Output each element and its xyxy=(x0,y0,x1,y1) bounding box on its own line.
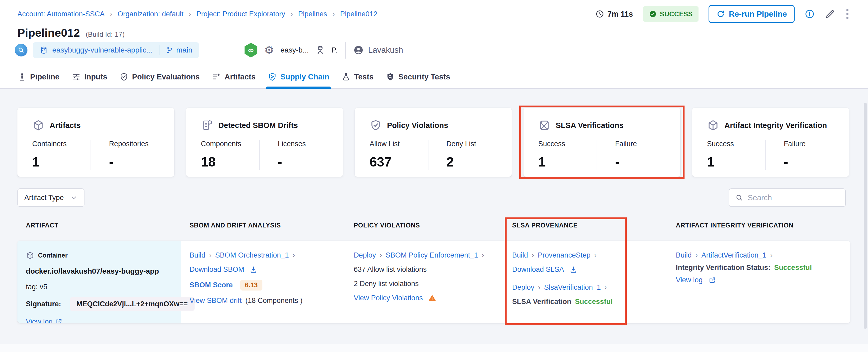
gear-icon: ⚙ xyxy=(264,44,274,56)
artifact-type-dropdown[interactable]: Artifact Type xyxy=(18,188,85,207)
title-row: Pipeline012 (Build Id: 17) xyxy=(18,26,125,39)
tab-security-tests[interactable]: Security Tests xyxy=(386,65,450,88)
user-name: Lavakush xyxy=(368,45,403,55)
external-link-icon xyxy=(709,277,716,284)
download-sbom-link[interactable]: Download SBOM xyxy=(190,265,244,274)
chevron-right-icon: › xyxy=(532,251,534,259)
chevron-right-icon: › xyxy=(380,251,382,259)
service-node-icon xyxy=(315,45,325,55)
card-sbom-drifts: Detected SBOM Drifts Components 18 Licen… xyxy=(186,108,343,177)
card-title: Artifacts xyxy=(50,121,81,130)
shield-search-icon xyxy=(386,72,395,82)
card-artifacts: Artifacts Containers 1 Repositories - xyxy=(18,108,174,177)
allow-list-violations: 637 Allow list violations xyxy=(354,265,496,274)
stat-repositories: Repositories - xyxy=(91,140,165,170)
integrity-status-label: Integrity Verification Status: xyxy=(676,264,771,272)
chevron-right-icon: › xyxy=(538,283,540,292)
pill-divider xyxy=(159,45,159,55)
sbom-score-link[interactable]: SBOM Score xyxy=(190,281,233,289)
trigger-stage-name: P. xyxy=(332,46,338,54)
artifact-image-name: docker.io/lavakush07/easy-buggy-app xyxy=(26,267,174,276)
sbom-score-badge: 6.13 xyxy=(240,280,263,290)
policy-step-link[interactable]: SBOM Policy Enforcement_1 xyxy=(386,251,478,259)
provenance-step-link[interactable]: ProvenanceStep xyxy=(538,251,591,259)
view-log-link[interactable]: View log xyxy=(26,318,53,323)
card-title: Artifact Integrity Verification xyxy=(724,121,827,130)
view-sbom-drift-link[interactable]: View SBOM drift xyxy=(190,296,242,305)
col-header-artifact: ARTIFACT xyxy=(18,222,181,229)
stat-deny-list: Deny List 2 xyxy=(428,140,502,170)
slsa-build-stage-link[interactable]: Build xyxy=(512,251,528,259)
user-avatar-icon xyxy=(353,45,364,56)
summary-cards: Artifacts Containers 1 Repositories - xyxy=(18,108,849,177)
tab-tests[interactable]: Tests xyxy=(341,65,374,88)
warning-triangle-icon xyxy=(428,294,436,302)
integrity-stage-link[interactable]: Build xyxy=(676,251,692,259)
breadcrumb-pipeline012[interactable]: Pipeline012 xyxy=(340,10,377,18)
chevron-right-icon: › xyxy=(189,10,191,18)
branch-chip[interactable]: main xyxy=(166,46,192,54)
tab-artifacts[interactable]: Artifacts xyxy=(212,65,255,88)
info-button[interactable] xyxy=(805,9,815,19)
more-options-button[interactable] xyxy=(845,8,849,20)
tab-supply-chain[interactable]: Supply Chain xyxy=(268,65,329,88)
ci-hexagon-icon: ∞ xyxy=(244,43,258,58)
breadcrumb-pipelines[interactable]: Pipelines xyxy=(298,10,327,18)
tab-pipeline[interactable]: Pipeline xyxy=(18,65,59,88)
repository-name: easybuggy-vulnerable-applic... xyxy=(52,46,153,54)
sbom-stage-link[interactable]: Build xyxy=(190,251,206,259)
tab-policy-evaluations[interactable]: Policy Evaluations xyxy=(119,65,199,88)
card-title: SLSA Verifications xyxy=(556,121,624,130)
refresh-icon xyxy=(716,9,725,19)
sbom-step-link[interactable]: SBOM Orchestration_1 xyxy=(215,251,289,259)
pipeline-icon xyxy=(18,72,27,82)
card-slsa-verifications: SLSA Verifications Success 1 Failure - xyxy=(524,108,680,177)
policy-stage-link[interactable]: Deploy xyxy=(354,251,376,259)
top-bar: Account: Automation-SSCA › Organization:… xyxy=(18,5,849,23)
view-policy-violations-link[interactable]: View Policy Violations xyxy=(354,294,423,302)
breadcrumb-account[interactable]: Account: Automation-SSCA xyxy=(18,10,104,18)
repository-chip[interactable]: easybuggy-vulnerable-applic... main xyxy=(33,42,199,58)
check-circle-icon xyxy=(649,10,657,18)
rerun-pipeline-button[interactable]: Re-run Pipeline xyxy=(709,5,795,23)
page-title: Pipeline012 xyxy=(18,26,80,39)
clock-icon xyxy=(595,9,604,19)
tab-label: Supply Chain xyxy=(280,72,329,81)
execution-tabs: Pipeline Inputs Policy Evaluations Artif… xyxy=(0,65,868,89)
header-actions: 7m 11s SUCCESS Re-run Pipeline xyxy=(595,5,849,23)
search-box xyxy=(728,188,846,207)
list-plus-icon xyxy=(212,72,221,82)
download-slsa-link[interactable]: Download SLSA xyxy=(512,265,564,274)
artifact-type-label: Artifact Type xyxy=(24,194,64,202)
kebab-dot xyxy=(846,9,848,11)
search-input[interactable] xyxy=(748,193,839,202)
vertical-scrollbar[interactable] xyxy=(864,103,867,329)
tab-inputs[interactable]: Inputs xyxy=(71,65,107,88)
breadcrumb: Account: Automation-SSCA › Organization:… xyxy=(18,10,377,18)
supply-chain-content: Artifacts Containers 1 Repositories - xyxy=(0,89,868,352)
artifact-verification-step-link[interactable]: ArtifactVerification_1 xyxy=(702,251,766,259)
stat-licenses: Licenses - xyxy=(259,140,334,170)
artifact-table-header: ARTIFACT SBOM AND DRIFT ANALYSIS POLICY … xyxy=(18,222,850,229)
cell-sbom-drift: Build › SBOM Orchestration_1 › Download … xyxy=(181,241,345,323)
branch-name: main xyxy=(176,46,192,54)
edit-pipeline-button[interactable] xyxy=(825,9,835,19)
tab-label: Inputs xyxy=(84,72,107,81)
view-log-link[interactable]: View log xyxy=(676,276,703,284)
signature-label: Signature: xyxy=(26,300,61,308)
execution-meta-row: easybuggy-vulnerable-applic... main ∞ ⚙ … xyxy=(15,42,403,58)
sbom-scroll-icon xyxy=(201,119,213,131)
chevron-right-icon: › xyxy=(292,251,295,259)
artifact-type-label: Container xyxy=(38,252,68,259)
tab-label: Pipeline xyxy=(30,72,59,81)
slsa-certificate-icon xyxy=(538,119,551,131)
slsa-verification-step-link[interactable]: SlsaVerification_1 xyxy=(544,283,601,292)
breadcrumb-organization[interactable]: Organization: default xyxy=(118,10,184,18)
slsa-deploy-stage-link[interactable]: Deploy xyxy=(512,283,534,292)
pencil-icon xyxy=(825,9,835,19)
download-icon xyxy=(569,266,577,274)
breadcrumb-project[interactable]: Project: Product Exploratory xyxy=(196,10,285,18)
slsa-verification-status: Successful xyxy=(575,298,613,306)
card-title: Detected SBOM Drifts xyxy=(218,121,298,130)
git-branch-icon xyxy=(166,46,174,54)
